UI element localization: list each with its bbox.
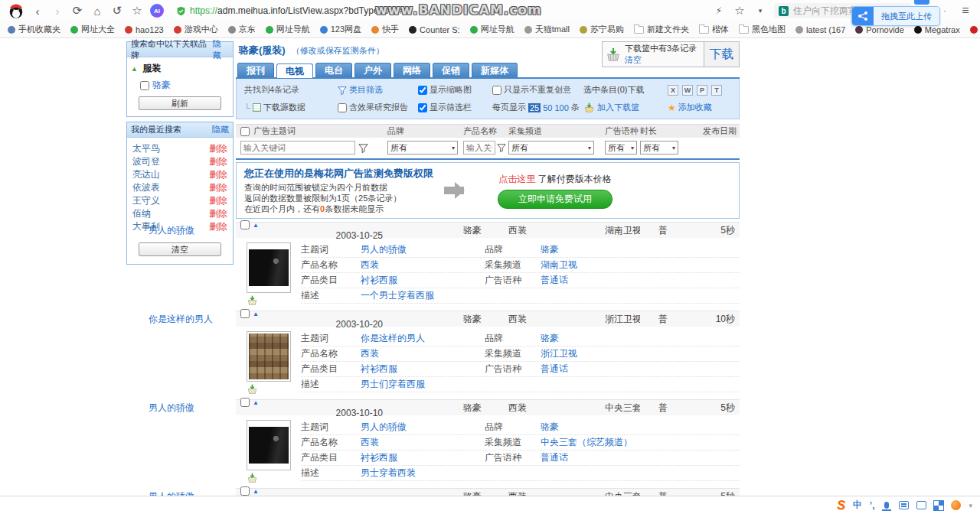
field-value-language[interactable]: 普通话 (541, 274, 740, 287)
bookmark-item[interactable]: 楷体 (699, 24, 729, 35)
brand-checkbox[interactable] (140, 81, 149, 90)
field-value-product[interactable]: 西装 (361, 259, 485, 272)
ad-thumbnail[interactable] (247, 331, 291, 382)
punctuation-icon[interactable]: ’, (870, 500, 875, 511)
soft-keyboard-icon[interactable] (899, 501, 909, 509)
refresh-button-sidebar[interactable]: 刷新 (139, 96, 221, 110)
field-value-category[interactable]: 衬衫西服 (361, 274, 485, 287)
bookmark-item[interactable]: 网址大全 (70, 24, 115, 35)
field-value-product[interactable]: 西装 (361, 347, 485, 360)
field-value-category[interactable]: 衬衫西服 (361, 451, 485, 464)
sogou-logo-icon[interactable]: S (837, 499, 845, 512)
field-value-category[interactable]: 衬衫西服 (361, 363, 485, 376)
ad-title-link[interactable]: 你是这样的男人 (149, 313, 213, 326)
per-page-100[interactable]: 100 (555, 103, 569, 112)
media-tab[interactable]: 电视 (276, 63, 313, 78)
delete-search-link[interactable]: 删除 (209, 207, 227, 220)
bookmark-item[interactable]: (五)、第 (970, 24, 980, 35)
channel-select[interactable]: 所有▾ (508, 141, 594, 155)
show-thumbnail-checkbox[interactable] (418, 86, 427, 95)
home-button[interactable]: ⌂ (90, 5, 104, 18)
flash-icon[interactable]: ⚡ (712, 5, 726, 16)
media-tab[interactable]: 电台 (315, 63, 352, 77)
undo-button[interactable]: ↺ (110, 4, 124, 18)
product-funnel-icon[interactable] (497, 143, 506, 152)
bookmark-item[interactable]: 123网盘 (320, 24, 361, 35)
include-report-checkbox[interactable] (338, 103, 347, 112)
menu-circle-icon[interactable] (951, 500, 961, 510)
field-value-keyword[interactable]: 你是这样的男人 (361, 332, 485, 345)
qq-logo-icon[interactable] (8, 2, 24, 19)
bookmark-item[interactable]: 天猫tmall (524, 24, 570, 35)
recent-search-name[interactable]: 波司登 (132, 155, 160, 168)
field-value-brand[interactable]: 骆豪 (541, 332, 740, 345)
field-value-brand[interactable]: 骆豪 (541, 421, 740, 434)
upload-tooltip[interactable]: 拖拽至此上传 (851, 6, 940, 26)
bookmark-item[interactable]: 快手 (371, 24, 399, 35)
bookmark-item[interactable]: Counter S: (409, 25, 460, 34)
field-value-desc[interactable]: 男士们穿着西服 (361, 378, 740, 391)
download-source-label[interactable]: 下载源数据 (263, 102, 305, 113)
select-all-checkbox[interactable] (240, 127, 250, 136)
bookmark-item[interactable]: Pornovide (855, 25, 904, 34)
show-filterbar-checkbox[interactable] (418, 103, 427, 112)
recent-search-name[interactable]: 太平鸟 (132, 142, 160, 155)
skin-icon[interactable] (916, 501, 926, 509)
field-value-desc[interactable]: 男士穿着西装 (361, 467, 740, 480)
add-row-to-basket-icon[interactable] (247, 473, 301, 485)
duration-select[interactable]: 所有▾ (640, 141, 678, 155)
category-collapse-icon[interactable]: ▲ (131, 65, 138, 73)
bookmark-item[interactable]: 苏宁易购 (580, 24, 624, 35)
only-unique-checkbox[interactable] (492, 86, 501, 95)
add-favorite-link[interactable]: 添加收藏 (678, 102, 712, 113)
forward-button[interactable]: › (51, 5, 64, 18)
bookmark-item[interactable]: hao123 (125, 25, 164, 34)
mic-icon[interactable] (884, 502, 889, 509)
delete-search-link[interactable]: 删除 (209, 168, 227, 181)
recent-search-name[interactable]: 依波表 (132, 181, 160, 194)
bookmark-item[interactable]: 游戏中心 (174, 24, 218, 35)
chevron-down-icon[interactable]: ▾ (753, 7, 767, 15)
download-button[interactable]: 下载 (704, 42, 739, 67)
click-here-link[interactable]: 点击这里 (498, 174, 535, 184)
export-txt-icon[interactable]: T (711, 85, 722, 96)
scroll-chevron-icon[interactable]: ▾ (969, 502, 972, 509)
field-value-language[interactable]: 普通话 (541, 363, 740, 376)
bookmark-item[interactable]: 黑色地图 (739, 24, 786, 35)
edit-conditions-link[interactable]: （修改或保存监测条件） (292, 45, 384, 57)
per-page-50[interactable]: 50 (543, 103, 552, 112)
hide-brands-link[interactable]: 隐藏 (213, 38, 229, 61)
favorite-star-icon[interactable]: ☆ (733, 4, 746, 18)
per-page-25[interactable]: 25 (528, 103, 541, 112)
media-tab[interactable]: 网络 (394, 63, 430, 77)
delete-search-link[interactable]: 删除 (209, 181, 227, 194)
toolbox-icon[interactable] (934, 501, 943, 510)
brand-filter-label[interactable]: 骆豪 (152, 79, 171, 92)
field-value-product[interactable]: 西装 (361, 436, 485, 449)
menu-icon[interactable]: ≡ (959, 4, 972, 18)
field-value-brand[interactable]: 骆豪 (541, 243, 740, 256)
recent-search-name[interactable]: 佰纳 (132, 207, 151, 220)
bookmark-item[interactable]: latest (167 (795, 25, 845, 34)
field-value-keyword[interactable]: 男人的骄傲 (361, 243, 485, 256)
ad-title-link[interactable]: 男人的骄傲 (149, 402, 194, 415)
bookmark-item[interactable]: 新建文件夹 (634, 24, 689, 35)
brand-select[interactable]: 所有▾ (387, 141, 458, 155)
product-filter-input[interactable] (463, 141, 495, 155)
recent-search-name[interactable]: 王守义 (132, 194, 160, 207)
ad-thumbnail[interactable] (247, 242, 291, 293)
field-value-language[interactable]: 普通话 (541, 451, 740, 464)
media-tab[interactable]: 报刊 (237, 63, 274, 77)
recent-search-name[interactable]: 亮达山 (132, 168, 160, 181)
ime-mode-indicator[interactable]: 中 (853, 499, 862, 512)
refresh-button[interactable]: ⟳ (70, 4, 84, 18)
keyword-funnel-icon[interactable] (358, 143, 368, 153)
ad-title-link[interactable]: 男人的骄傲 (149, 224, 194, 237)
bookmark-item[interactable]: Megatrax (914, 25, 960, 34)
export-word-icon[interactable]: W (682, 85, 693, 96)
bookmark-item[interactable]: 京东 (228, 24, 256, 35)
clear-searches-button[interactable]: 清空 (139, 242, 221, 256)
bookmark-item[interactable]: 网址导航 (470, 24, 514, 35)
category-filter-link[interactable]: 类目筛选 (349, 84, 383, 96)
media-tab[interactable]: 新媒体 (472, 63, 518, 77)
